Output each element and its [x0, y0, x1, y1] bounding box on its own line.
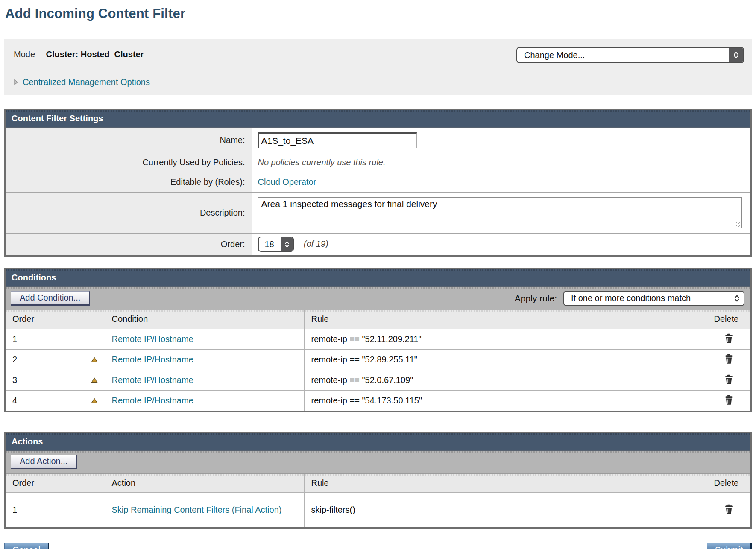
- table-row: 2 Remote IP/Hostname remote-ip == "52.89…: [6, 349, 750, 370]
- table-row: 1 Remote IP/Hostname remote-ip == "52.11…: [6, 329, 750, 349]
- trash-icon: [724, 333, 733, 344]
- apply-rule-select[interactable]: If one or more conditions match: [563, 291, 744, 306]
- table-row: 4 Remote IP/Hostname remote-ip == "54.17…: [6, 390, 750, 411]
- delete-button[interactable]: [723, 374, 735, 385]
- content-filter-settings-header: Content Filter Settings: [6, 110, 750, 128]
- cancel-button[interactable]: Cancel: [4, 543, 49, 549]
- column-header-order: Order: [6, 310, 105, 329]
- condition-link[interactable]: Remote IP/Hostname: [112, 375, 193, 385]
- column-header-rule: Rule: [304, 474, 707, 493]
- trash-icon: [724, 354, 733, 364]
- order-of-note: (of 19): [304, 239, 328, 248]
- description-row: Description: Area 1 inspected messages f…: [6, 192, 750, 233]
- trash-icon: [724, 395, 733, 405]
- conditions-table: Order Condition Rule Delete 1 Remote IP/…: [6, 310, 750, 411]
- apply-rule-group: Apply rule: If one or more conditions ma…: [515, 291, 744, 306]
- rule-text: remote-ip == "52.0.67.109": [311, 375, 413, 385]
- column-header-rule: Rule: [304, 310, 707, 329]
- editable-roles-row: Editable by (Roles): Cloud Operator: [6, 172, 750, 192]
- change-mode-select[interactable]: Change Mode...: [516, 47, 744, 63]
- centralized-management-options-link[interactable]: Centralized Management Options: [23, 77, 150, 87]
- column-header-action: Action: [105, 474, 304, 493]
- mode-value: —Cluster: Hosted_Cluster: [38, 50, 144, 59]
- actions-column-header-row: Order Action Rule Delete: [6, 474, 750, 493]
- column-header-delete: Delete: [707, 310, 750, 329]
- delete-button[interactable]: [723, 333, 735, 345]
- description-label: Description:: [6, 192, 252, 233]
- mode-panel: Mode —Cluster: Hosted_Cluster Change Mod…: [4, 39, 752, 95]
- order-label: Order:: [6, 233, 252, 255]
- change-mode-selected-value: Change Mode...: [524, 50, 585, 60]
- footer: Cancel Submit: [4, 543, 752, 549]
- rule-text: remote-ip == "52.89.255.11": [311, 355, 417, 364]
- row-order: 2: [12, 355, 17, 365]
- apply-rule-label: Apply rule:: [515, 293, 557, 304]
- add-condition-button[interactable]: Add Condition...: [11, 291, 90, 306]
- name-input[interactable]: [258, 132, 417, 148]
- up-down-chevrons-icon: [281, 237, 293, 251]
- submit-button[interactable]: Submit: [707, 543, 752, 549]
- column-header-delete: Delete: [707, 474, 750, 493]
- table-row: 1 Skip Remaining Content Filters (Final …: [6, 493, 750, 527]
- rule-text: remote-ip == "52.11.209.211": [311, 334, 422, 344]
- condition-link[interactable]: Remote IP/Hostname: [112, 334, 193, 344]
- actions-toolbar: Add Action...: [6, 451, 750, 474]
- name-row: Name:: [6, 128, 750, 153]
- rule-text: remote-ip == "54.173.50.115": [311, 396, 422, 405]
- row-order: 1: [12, 505, 17, 515]
- order-row: Order: 18 (of 19): [6, 233, 750, 255]
- actions-table: Order Action Rule Delete 1 Skip Remainin…: [6, 474, 750, 527]
- conditions-toolbar: Add Condition... Apply rule: If one or m…: [6, 287, 750, 310]
- rule-text: skip-filters(): [311, 505, 355, 514]
- move-up-icon[interactable]: [91, 377, 98, 383]
- delete-button[interactable]: [723, 394, 735, 406]
- trash-icon: [724, 374, 733, 385]
- name-label: Name:: [6, 128, 252, 153]
- row-order: 1: [12, 334, 17, 344]
- editable-roles-label: Editable by (Roles):: [6, 172, 252, 192]
- order-selected-value: 18: [265, 239, 274, 249]
- add-action-button[interactable]: Add Action...: [11, 455, 77, 469]
- delete-button[interactable]: [723, 353, 735, 365]
- policies-value: No policies currently use this rule.: [258, 158, 386, 167]
- right-triangle-icon: [14, 79, 18, 85]
- policies-label: Currently Used by Policies:: [6, 153, 252, 172]
- editable-roles-link[interactable]: Cloud Operator: [258, 177, 316, 187]
- centralized-management-options[interactable]: Centralized Management Options: [14, 77, 150, 87]
- mode-label: Mode: [14, 50, 35, 59]
- table-row: 3 Remote IP/Hostname remote-ip == "52.0.…: [6, 370, 750, 390]
- move-up-icon[interactable]: [91, 398, 98, 403]
- description-textarea[interactable]: Area 1 inspected messages for final deli…: [258, 197, 742, 228]
- conditions-section: Conditions Add Condition... Apply rule: …: [4, 268, 752, 412]
- content-filter-settings-table: Name: Currently Used by Policies: No pol…: [6, 128, 750, 255]
- up-down-chevrons-icon: [730, 292, 744, 305]
- move-up-icon[interactable]: [91, 357, 98, 362]
- page-title: Add Incoming Content Filter: [5, 6, 752, 21]
- actions-section: Actions Add Action... Order Action Rule …: [4, 432, 752, 529]
- conditions-header: Conditions: [6, 269, 750, 287]
- column-header-condition: Condition: [105, 310, 304, 329]
- row-order: 4: [12, 396, 17, 406]
- column-header-order: Order: [6, 474, 105, 493]
- trash-icon: [724, 504, 733, 514]
- action-link[interactable]: Skip Remaining Content Filters (Final Ac…: [112, 505, 282, 514]
- up-down-chevrons-icon: [729, 48, 743, 62]
- condition-link[interactable]: Remote IP/Hostname: [112, 396, 193, 405]
- order-select[interactable]: 18: [258, 237, 294, 252]
- apply-rule-selected-value: If one or more conditions match: [571, 293, 691, 303]
- delete-button[interactable]: [723, 503, 735, 515]
- page: Add Incoming Content Filter Mode —Cluste…: [0, 6, 756, 549]
- condition-link[interactable]: Remote IP/Hostname: [112, 355, 193, 364]
- row-order: 3: [12, 375, 17, 385]
- policies-row: Currently Used by Policies: No policies …: [6, 153, 750, 172]
- content-filter-settings-section: Content Filter Settings Name: Currently …: [4, 109, 752, 257]
- conditions-column-header-row: Order Condition Rule Delete: [6, 310, 750, 329]
- actions-header: Actions: [6, 433, 750, 451]
